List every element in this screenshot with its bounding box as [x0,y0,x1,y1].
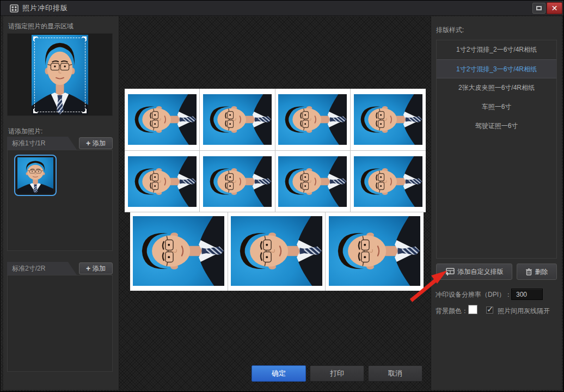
add-custom-layout-button[interactable]: 添加自定义排版 [436,264,512,280]
print-cell [200,89,275,151]
print-cell [125,151,200,213]
print-cell [275,89,351,151]
delete-button-label: 删除 [535,267,548,277]
photo-thumbnail-selected[interactable] [14,155,57,196]
print-cell [125,89,200,151]
print-sheet-large [130,212,424,291]
dpi-label: 冲印设备分辨率（DPI）： [436,289,512,300]
add-photo-label: 请添加照片: [8,127,42,136]
left-panel: 请指定照片的显示区域 请添加照片: 标准1寸/1R + 添加 标准2寸/2R [3,16,119,390]
delete-button[interactable]: 删除 [517,264,557,280]
print-cell [275,151,351,213]
bg-color-label: 背景颜色： [436,305,468,316]
cancel-button[interactable]: 取消 [368,365,422,382]
plus-icon: + [86,139,90,147]
print-cell [351,89,426,151]
style-item[interactable]: 车照一6寸 [437,97,556,117]
plus-icon: + [86,265,90,272]
print-cell [200,151,275,213]
tab-standard-1inch[interactable]: 标准1寸/1R [7,137,77,150]
maximize-button[interactable] [532,3,545,14]
print-button[interactable]: 打印 [310,365,364,382]
gray-line-label: 照片间用灰线隔开 [498,305,550,316]
printed-photo [354,156,422,207]
printed-photo [203,156,272,207]
photo-print-layout-window: 照片冲印排版 ✕ 请指定照片的显示区域 请添加照片: 标准1寸/1R + 添加 [0,0,564,392]
ok-button[interactable]: 确定 [252,365,306,382]
trash-icon [526,268,532,275]
printed-photo [329,216,420,286]
add-photo-1inch-button[interactable]: + 添加 [79,137,113,149]
printed-photo [128,156,197,207]
add-photo-2inch-button[interactable]: + 添加 [79,262,113,274]
checkbox-check-icon: ✓ [487,304,494,314]
title-bar: 照片冲印排版 ✕ [1,1,563,16]
photo-list-1inch [7,150,113,251]
print-sheet-small [125,89,426,212]
window-title: 照片冲印排版 [22,1,68,16]
close-icon: ✕ [551,4,558,13]
bg-color-swatch[interactable] [468,305,477,314]
dpi-input[interactable] [511,289,543,300]
photo-preview-box [7,33,113,116]
maximize-icon [536,6,542,10]
style-item[interactable]: 1寸2寸混排_2一6寸/4R相纸 [437,40,556,59]
style-panel-title: 排版样式: [436,26,464,35]
tab-standard-2inch[interactable]: 标准2寸/2R [7,262,77,275]
crop-handle[interactable] [33,109,38,113]
crop-handle[interactable] [82,109,87,113]
printed-photo [203,94,272,145]
add-button-label: 添加 [93,264,106,273]
print-cell [228,212,326,291]
crop-selection[interactable] [34,38,85,112]
add-custom-layout-label: 添加自定义排版 [458,267,504,277]
crop-handle[interactable] [33,36,38,41]
add-button-label: 添加 [93,139,106,148]
printed-photo [354,94,422,145]
printed-photo [133,216,224,286]
gray-line-checkbox[interactable]: ✓ [486,307,493,314]
printed-photo [278,156,347,207]
style-item[interactable]: 1寸2寸混排_3一6寸/4R相纸 [437,59,556,78]
style-list: 1寸2寸混排_2一6寸/4R相纸 1寸2寸混排_3一6寸/4R相纸 2张大皮夹照… [436,40,557,259]
style-item[interactable]: 2张大皮夹照一6寸/4R相纸 [437,78,556,97]
custom-layout-icon [445,268,455,275]
close-button[interactable]: ✕ [547,2,562,14]
photo-list-2inch [7,275,113,372]
printed-photo [231,216,322,286]
style-panel: 排版样式: 1寸2寸混排_2一6寸/4R相纸 1寸2寸混排_3一6寸/4R相纸 … [431,16,562,390]
print-preview-area: 确定 打印 取消 [119,16,431,390]
style-item[interactable]: 驾驶证照一6寸 [437,117,556,136]
print-cell [326,212,424,291]
printed-photo [278,94,347,145]
print-cell [130,212,228,291]
crop-handle[interactable] [82,36,87,41]
print-cell [351,151,426,213]
app-grid-icon [10,4,19,13]
printed-photo [128,94,197,145]
display-area-label: 请指定照片的显示区域 [8,22,73,31]
